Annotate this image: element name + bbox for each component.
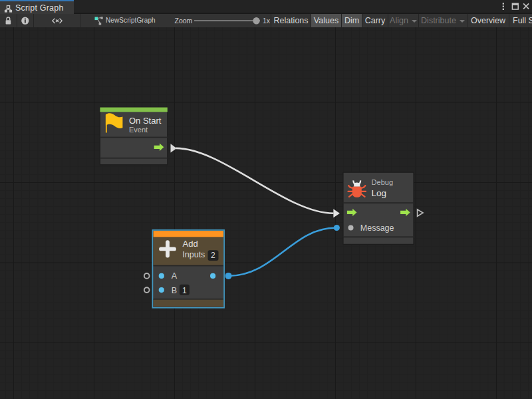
svg-text:On Start: On Start	[129, 116, 162, 126]
svg-text:Inputs: Inputs	[182, 250, 205, 259]
svg-text:Event: Event	[129, 126, 148, 134]
svg-text:1: 1	[182, 286, 187, 295]
svg-text:Debug: Debug	[372, 178, 393, 186]
svg-text:Message: Message	[360, 223, 394, 233]
svg-text:A: A	[172, 271, 178, 281]
svg-text:Add: Add	[183, 239, 198, 249]
svg-text:2: 2	[211, 251, 215, 260]
svg-text:B: B	[172, 286, 177, 295]
svg-text:Log: Log	[372, 188, 387, 198]
